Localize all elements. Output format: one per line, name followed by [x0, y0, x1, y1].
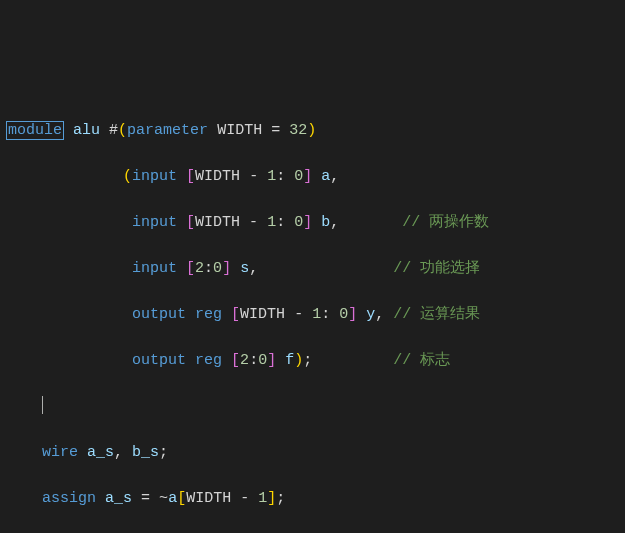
keyword-module: module	[6, 121, 64, 140]
comment: // 标志	[393, 352, 450, 369]
code-line: output reg [WIDTH - 1: 0] y, // 运算结果	[0, 303, 625, 326]
text-cursor	[42, 396, 43, 414]
comment: // 功能选择	[393, 260, 480, 277]
comment: // 运算结果	[393, 306, 480, 323]
code-line: assign a_s = ~a[WIDTH - 1];	[0, 487, 625, 510]
code-line: input [WIDTH - 1: 0] b, // 两操作数	[0, 211, 625, 234]
module-name: alu	[73, 122, 100, 139]
code-line: module alu #(parameter WIDTH = 32)	[0, 119, 625, 142]
comment: // 两操作数	[402, 214, 489, 231]
code-line: (input [WIDTH - 1: 0] a,	[0, 165, 625, 188]
code-editor[interactable]: module alu #(parameter WIDTH = 32) (inpu…	[0, 92, 625, 533]
code-line	[0, 395, 625, 418]
code-line: input [2:0] s, // 功能选择	[0, 257, 625, 280]
code-line: wire a_s, b_s;	[0, 441, 625, 464]
code-line: output reg [2:0] f); // 标志	[0, 349, 625, 372]
